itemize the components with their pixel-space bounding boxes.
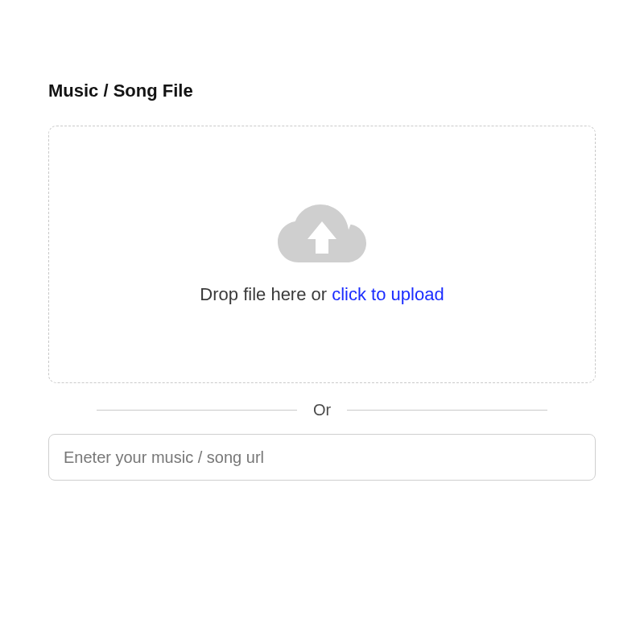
file-dropzone[interactable]: Drop file here or click to upload bbox=[48, 126, 596, 383]
cloud-upload-icon bbox=[278, 204, 366, 270]
upload-section: Music / Song File Drop file here or clic… bbox=[0, 0, 644, 481]
divider-line-right bbox=[347, 410, 547, 411]
dropzone-prompt-text: Drop file here or bbox=[200, 284, 332, 304]
dropzone-prompt: Drop file here or click to upload bbox=[200, 284, 444, 305]
divider-label: Or bbox=[313, 401, 331, 419]
click-to-upload-link[interactable]: click to upload bbox=[332, 284, 444, 304]
divider-line-left bbox=[97, 410, 297, 411]
section-title: Music / Song File bbox=[48, 80, 596, 101]
or-divider: Or bbox=[97, 401, 547, 419]
music-url-input[interactable] bbox=[48, 434, 596, 481]
